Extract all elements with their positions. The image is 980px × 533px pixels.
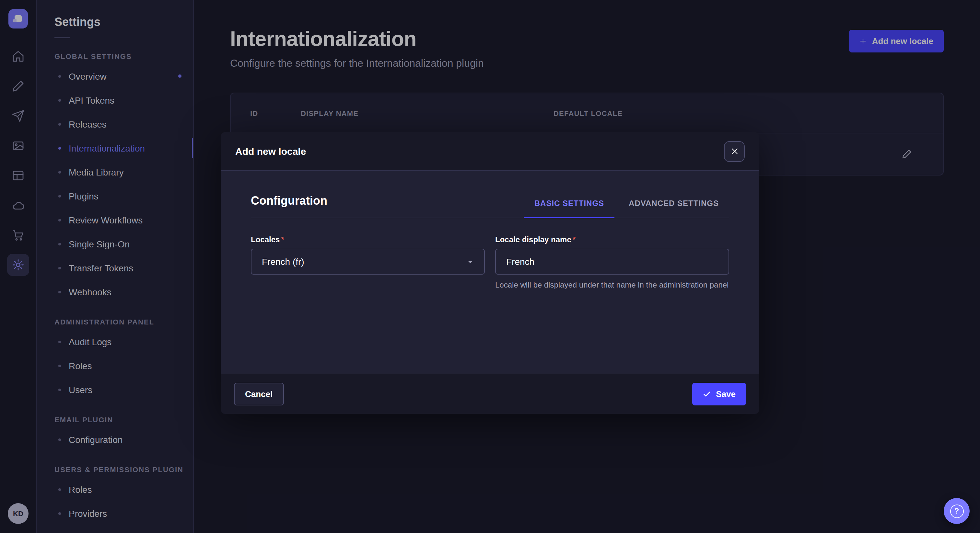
locales-field: Locales* French (fr) (251, 235, 485, 291)
locales-label-text: Locales (251, 235, 280, 244)
tab-advanced-settings[interactable]: ADVANCED SETTINGS (618, 199, 729, 217)
configuration-header: Configuration BASIC SETTINGS ADVANCED SE… (251, 194, 729, 218)
modal-body: Configuration BASIC SETTINGS ADVANCED SE… (221, 171, 759, 374)
close-button[interactable] (724, 141, 745, 162)
cancel-button[interactable]: Cancel (234, 383, 283, 405)
add-locale-modal: Add new locale Configuration BASIC SETTI… (221, 132, 759, 414)
save-button[interactable]: Save (692, 383, 746, 405)
save-button-label: Save (716, 389, 736, 399)
close-icon (730, 147, 738, 155)
display-name-field: Locale display name* Locale will be disp… (495, 235, 729, 291)
locales-select[interactable]: French (fr) (251, 249, 485, 274)
required-asterisk: * (573, 235, 576, 244)
required-asterisk: * (281, 235, 284, 244)
app-root: KD Settings GLOBAL SETTINGS Overview API… (0, 0, 980, 533)
question-mark-icon: ? (950, 504, 964, 518)
display-name-hint: Locale will be displayed under that name… (495, 280, 729, 291)
tab-basic-settings[interactable]: BASIC SETTINGS (524, 199, 614, 218)
display-name-label: Locale display name* (495, 235, 729, 244)
locales-select-value: French (fr) (262, 257, 304, 267)
check-icon (702, 390, 711, 398)
help-button[interactable]: ? (944, 498, 970, 524)
modal-tabs: BASIC SETTINGS ADVANCED SETTINGS (524, 199, 729, 217)
display-name-input[interactable] (495, 249, 729, 274)
display-name-label-text: Locale display name (495, 235, 571, 244)
locale-form: Locales* French (fr) Locale display name… (251, 235, 729, 291)
locales-label: Locales* (251, 235, 485, 244)
modal-footer: Cancel Save (221, 374, 759, 414)
chevron-down-icon (467, 258, 474, 265)
modal-title: Add new locale (235, 146, 306, 157)
modal-header: Add new locale (221, 132, 759, 171)
configuration-title: Configuration (251, 194, 327, 217)
